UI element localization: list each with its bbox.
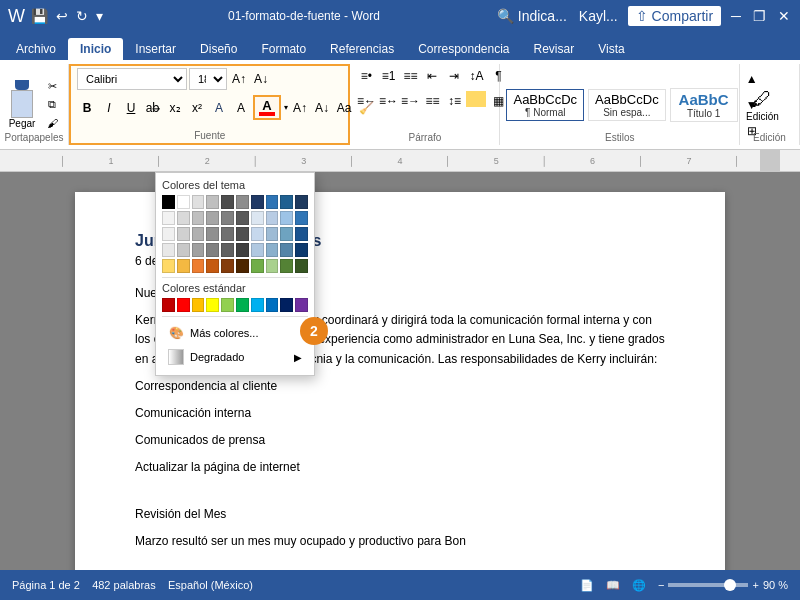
more-colors-button[interactable]: 🎨 Más colores...: [162, 321, 308, 345]
sort-button[interactable]: ↕A: [466, 66, 486, 86]
edicion-btn[interactable]: 🖊 Edición: [746, 88, 779, 122]
cut-button[interactable]: ✂: [42, 78, 62, 96]
tc-r2c3[interactable]: [192, 211, 205, 225]
justify-button[interactable]: ≡≡: [422, 91, 442, 111]
tc-r3c7[interactable]: [251, 227, 264, 241]
strikethrough-button[interactable]: ab̶: [143, 98, 163, 118]
font-color-dropdown-arrow[interactable]: ▾: [284, 103, 288, 112]
tab-formato[interactable]: Formato: [249, 38, 318, 60]
sc-4[interactable]: [206, 298, 219, 312]
web-view-icon[interactable]: 🌐: [632, 579, 646, 592]
tc-r3c6[interactable]: [236, 227, 249, 241]
color-gray[interactable]: [206, 195, 219, 209]
layout-icon[interactable]: 📄: [580, 579, 594, 592]
sc-8[interactable]: [266, 298, 279, 312]
line-spacing-button[interactable]: ↕≡: [444, 91, 464, 111]
tc-r5c9[interactable]: [280, 259, 293, 273]
format-painter-button[interactable]: 🖌: [42, 114, 62, 132]
sc-3[interactable]: [192, 298, 205, 312]
bold-button[interactable]: B: [77, 98, 97, 118]
save-btn[interactable]: 💾: [29, 6, 50, 26]
undo-btn[interactable]: ↩: [54, 6, 70, 26]
align-left-button[interactable]: ≡←: [356, 91, 376, 111]
tab-correspondencia[interactable]: Correspondencia: [406, 38, 521, 60]
tc-r4c1[interactable]: [162, 243, 175, 257]
color-black[interactable]: [162, 195, 175, 209]
color-dark-gray[interactable]: [221, 195, 234, 209]
sc-9[interactable]: [280, 298, 293, 312]
tc-r3c9[interactable]: [280, 227, 293, 241]
read-mode-icon[interactable]: 📖: [606, 579, 620, 592]
tc-r3c4[interactable]: [206, 227, 219, 241]
increase-indent-button[interactable]: ⇥: [444, 66, 464, 86]
tc-r3c3[interactable]: [192, 227, 205, 241]
sc-6[interactable]: [236, 298, 249, 312]
align-right-button[interactable]: ≡→: [400, 91, 420, 111]
increase-font-button[interactable]: A↑: [229, 69, 249, 89]
tc-r4c6[interactable]: [236, 243, 249, 257]
style-no-spacing[interactable]: AaBbCcDc Sin espa...: [588, 89, 666, 121]
share-btn[interactable]: ⇧ Compartir: [628, 6, 721, 26]
color-blue-3[interactable]: [295, 195, 308, 209]
tc-r2c6[interactable]: [236, 211, 249, 225]
grow-text-button[interactable]: A↑: [290, 98, 310, 118]
tc-r5c1[interactable]: [162, 259, 175, 273]
tab-vista[interactable]: Vista: [586, 38, 636, 60]
tc-r5c8[interactable]: [266, 259, 279, 273]
sc-7[interactable]: [251, 298, 264, 312]
zoom-in-btn[interactable]: +: [752, 579, 758, 591]
zoom-slider[interactable]: [668, 583, 748, 587]
tc-r5c10[interactable]: [295, 259, 308, 273]
tc-r2c2[interactable]: [177, 211, 190, 225]
user-label[interactable]: Kayl...: [577, 6, 620, 26]
tc-r2c8[interactable]: [266, 211, 279, 225]
search-icon[interactable]: 🔍 Indica...: [495, 6, 569, 26]
tab-diseno[interactable]: Diseño: [188, 38, 249, 60]
style-normal[interactable]: AaBbCcDc ¶ Normal: [506, 89, 584, 121]
tc-r2c10[interactable]: [295, 211, 308, 225]
highlight-button[interactable]: A: [231, 98, 251, 118]
tab-archivo[interactable]: Archivo: [4, 38, 68, 60]
tc-r4c4[interactable]: [206, 243, 219, 257]
superscript-button[interactable]: x²: [187, 98, 207, 118]
multilevel-button[interactable]: ≡≡: [400, 66, 420, 86]
tc-r2c1[interactable]: [162, 211, 175, 225]
sc-10[interactable]: [295, 298, 308, 312]
sc-5[interactable]: [221, 298, 234, 312]
color-white[interactable]: [177, 195, 190, 209]
sc-2[interactable]: [177, 298, 190, 312]
shrink-text-button[interactable]: A↓: [312, 98, 332, 118]
color-blue-1[interactable]: [266, 195, 279, 209]
tc-r3c8[interactable]: [266, 227, 279, 241]
subscript-button[interactable]: x₂: [165, 98, 185, 118]
numbering-button[interactable]: ≡1: [378, 66, 398, 86]
gradient-button[interactable]: Degradado ▶: [162, 345, 308, 369]
font-color-button[interactable]: A: [253, 95, 281, 120]
tc-r2c9[interactable]: [280, 211, 293, 225]
decrease-font-button[interactable]: A↓: [251, 69, 271, 89]
tc-r5c7[interactable]: [251, 259, 264, 273]
text-effects-button[interactable]: A: [209, 98, 229, 118]
style-titulo1[interactable]: AaBbC Título 1: [670, 88, 738, 122]
tc-r5c5[interactable]: [221, 259, 234, 273]
customize-btn[interactable]: ▾: [94, 6, 105, 26]
sc-1[interactable]: [162, 298, 175, 312]
tc-r4c5[interactable]: [221, 243, 234, 257]
tc-r4c9[interactable]: [280, 243, 293, 257]
tc-r5c2[interactable]: [177, 259, 190, 273]
font-name-select[interactable]: Calibri: [77, 68, 187, 90]
tab-insertar[interactable]: Insertar: [123, 38, 188, 60]
color-med-gray[interactable]: [236, 195, 249, 209]
tc-r2c4[interactable]: [206, 211, 219, 225]
paste-button[interactable]: Pegar: [6, 80, 38, 129]
color-blue-2[interactable]: [280, 195, 293, 209]
tc-r3c2[interactable]: [177, 227, 190, 241]
restore-btn[interactable]: ❐: [751, 6, 768, 26]
decrease-indent-button[interactable]: ⇤: [422, 66, 442, 86]
tc-r4c8[interactable]: [266, 243, 279, 257]
align-center-button[interactable]: ≡↔: [378, 91, 398, 111]
tab-inicio[interactable]: Inicio: [68, 38, 123, 60]
redo-btn[interactable]: ↻: [74, 6, 90, 26]
tc-r4c3[interactable]: [192, 243, 205, 257]
zoom-out-btn[interactable]: −: [658, 579, 664, 591]
